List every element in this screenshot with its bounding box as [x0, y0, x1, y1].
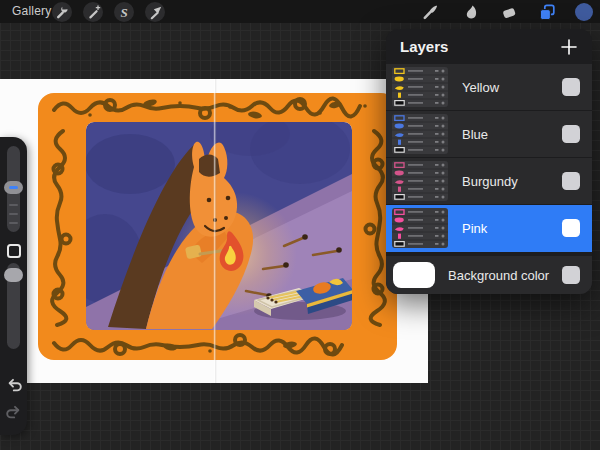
layer-group-thumbnail: [392, 67, 448, 107]
layer-visibility-checkbox[interactable]: [562, 172, 580, 190]
actions-button[interactable]: [52, 2, 72, 22]
redo-icon: [5, 403, 23, 421]
layer-name: Yellow: [462, 80, 544, 95]
selection-button[interactable]: S: [114, 2, 134, 22]
size-handle-accent: [9, 186, 18, 189]
slider-tick: [9, 204, 18, 206]
smudge-tool-button[interactable]: [461, 2, 481, 22]
wrench-icon: [54, 4, 70, 20]
current-color-swatch: [574, 2, 594, 22]
slider-tick: [9, 222, 18, 224]
paint-tool-button[interactable]: [420, 2, 440, 22]
undo-button[interactable]: [4, 375, 23, 394]
canvas-page[interactable]: [0, 79, 428, 383]
layer-group-thumbnail: [392, 114, 448, 154]
layer-visibility-checkbox[interactable]: [562, 125, 580, 143]
eraser-tool-button[interactable]: [499, 2, 519, 22]
procreate-app: Gallery S: [0, 0, 600, 450]
expand-group-chevron[interactable]: [544, 221, 552, 235]
layer-name: Blue: [462, 127, 544, 142]
slider-tick: [9, 213, 18, 215]
color-button[interactable]: [574, 2, 594, 22]
eraser-icon: [500, 3, 518, 21]
layers-panel-title: Layers: [400, 38, 448, 55]
add-layer-button[interactable]: [560, 38, 578, 56]
brush-icon: [421, 3, 439, 21]
undo-icon: [5, 376, 23, 394]
background-color-swatch[interactable]: [393, 262, 435, 288]
layer-name: Pink: [462, 221, 544, 236]
redo-button[interactable]: [4, 402, 23, 421]
page-fold-shadow: [215, 79, 216, 383]
layers-panel-header: Layers: [386, 29, 592, 64]
expand-group-chevron[interactable]: [544, 80, 552, 94]
layer-visibility-checkbox[interactable]: [562, 78, 580, 96]
expand-group-chevron[interactable]: [544, 127, 552, 141]
background-color-row[interactable]: Background color: [386, 256, 592, 294]
transform-arrow-icon: [147, 4, 163, 20]
layer-visibility-checkbox[interactable]: [562, 266, 580, 284]
layer-visibility-checkbox[interactable]: [562, 219, 580, 237]
magic-wand-icon: [85, 4, 101, 20]
background-color-label: Background color: [448, 268, 562, 283]
layers-button[interactable]: [537, 2, 557, 22]
layer-group-thumbnail: [392, 161, 448, 201]
top-toolbar: Gallery S: [0, 0, 600, 23]
layer-row-pink[interactable]: Pink: [386, 205, 592, 252]
layers-icon: [538, 3, 556, 21]
gallery-button[interactable]: Gallery: [12, 4, 51, 18]
layer-row-blue[interactable]: Blue: [386, 111, 592, 158]
layer-row-burgundy[interactable]: Burgundy: [386, 158, 592, 205]
layer-name: Burgundy: [462, 174, 544, 189]
canvas-artwork: [0, 79, 428, 383]
brush-opacity-handle[interactable]: [4, 268, 23, 282]
modify-button[interactable]: [7, 244, 21, 258]
layer-group-thumbnail: [392, 208, 448, 248]
transform-button[interactable]: [145, 2, 165, 22]
brush-sidebar: [0, 137, 27, 435]
adjustments-button[interactable]: [83, 2, 103, 22]
layers-panel: Layers Yellow Blue Burgundy Pi: [386, 29, 592, 294]
selection-s-icon: S: [120, 6, 127, 19]
layer-row-yellow[interactable]: Yellow: [386, 64, 592, 111]
expand-group-chevron[interactable]: [544, 174, 552, 188]
page-fold-line: [214, 79, 216, 383]
smudge-finger-icon: [462, 3, 480, 21]
brush-size-handle[interactable]: [4, 181, 23, 194]
illustration-scene: [67, 112, 353, 330]
